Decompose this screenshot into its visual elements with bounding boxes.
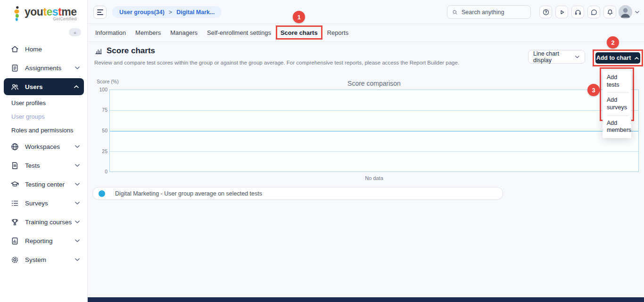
sidebar-item-label: Tests	[25, 162, 74, 169]
sidebar-item-label: Surveys	[25, 200, 74, 207]
chevron-down-icon	[74, 201, 80, 205]
notifications-button[interactable]	[603, 6, 616, 18]
sidebar-item-label: Testing center	[25, 181, 74, 188]
chart-display-select-value: Line chart display	[533, 50, 575, 64]
menu-item-add-surveys[interactable]: Add surveys	[603, 93, 631, 115]
y-tick-0: 0	[88, 169, 107, 174]
list-icon	[10, 199, 19, 208]
chart-plot-area	[109, 90, 639, 172]
bottom-bar	[88, 297, 644, 302]
sidebar-item-label: Reporting	[25, 237, 74, 245]
youtestme-logo[interactable]: youtestme GetCertified	[12, 6, 77, 23]
tutorials-button[interactable]	[555, 6, 568, 18]
chevron-down-icon	[74, 182, 80, 186]
users-icon	[10, 82, 19, 91]
globe-icon	[10, 142, 19, 151]
chart-title: Score comparison	[109, 80, 639, 87]
chevron-down-icon	[74, 258, 80, 261]
search-box[interactable]	[447, 5, 531, 19]
sidebar-item-system[interactable]: System	[0, 250, 88, 269]
home-icon	[10, 45, 19, 54]
sidebar-subitem-label: Roles and permissions	[11, 127, 74, 134]
youtestme-logo-mark	[12, 6, 22, 23]
account-chevron-down-icon[interactable]	[635, 10, 640, 14]
menu-item-add-tests[interactable]: Add tests	[603, 70, 631, 92]
tab-score-charts[interactable]: Score charts 1	[280, 29, 319, 36]
sidebar-subitem-user-groups[interactable]: User groups	[0, 110, 88, 123]
group-tabs: Information Members Managers Self-enroll…	[88, 24, 644, 42]
sidebar-item-label: Assignments	[25, 65, 74, 72]
sidebar-subitem-user-profiles[interactable]: User profiles	[0, 96, 88, 110]
support-button[interactable]	[571, 6, 584, 18]
messages-button[interactable]	[587, 6, 600, 18]
sidebar-collapse-button[interactable]: «	[69, 28, 81, 36]
breadcrumb-digital-marketing[interactable]: Digital Mark...	[176, 9, 215, 16]
page-header: Score charts	[94, 46, 155, 56]
gridline-25	[110, 151, 638, 152]
sidebar-item-training-courses[interactable]: Training courses	[0, 212, 88, 231]
gear-icon	[10, 255, 19, 264]
page-description: Review and compare test scores within th…	[94, 60, 459, 65]
chat-bubble-icon	[590, 8, 598, 16]
breadcrumb-separator: >	[169, 9, 172, 16]
sidebar-subitem-label: User profiles	[11, 99, 46, 106]
trophy-icon	[10, 218, 19, 227]
bell-icon	[606, 8, 614, 16]
menu-toggle-button[interactable]	[93, 6, 107, 19]
search-icon	[452, 9, 458, 16]
tab-self-enrollment-settings[interactable]: Self-enrollment settings	[206, 29, 272, 36]
topbar: User groups(34) > Digital Mark...	[88, 0, 644, 24]
graduation-cap-icon	[10, 180, 19, 189]
chart-display-select[interactable]: Line chart display	[528, 50, 585, 64]
legend-label: Digital Marketing - User group average o…	[115, 190, 262, 197]
menu-item-add-members[interactable]: Add members	[603, 116, 631, 138]
sidebar-item-tests[interactable]: Tests	[0, 156, 88, 175]
report-chart-icon	[10, 237, 19, 245]
sidebar-subitem-label: User groups	[11, 113, 45, 120]
play-icon	[558, 8, 566, 16]
test-document-icon	[10, 161, 19, 170]
sidebar-item-users[interactable]: Users	[4, 78, 84, 95]
sidebar-item-workspaces[interactable]: Workspaces	[0, 137, 88, 156]
y-tick-50: 50	[88, 128, 107, 133]
sidebar-item-label: Training courses	[25, 219, 74, 226]
legend-dot	[99, 190, 105, 197]
annotation-step-3: 3	[587, 84, 600, 96]
breadcrumb-user-groups[interactable]: User groups(34)	[119, 9, 165, 16]
sidebar-item-label: Workspaces	[25, 143, 74, 150]
annotation-frame-2: Add to chart 2	[593, 49, 643, 66]
chevron-down-icon	[74, 239, 80, 243]
chevron-down-icon	[74, 66, 80, 70]
no-data-label: No data	[109, 175, 639, 181]
user-avatar[interactable]	[619, 5, 632, 19]
tab-managers[interactable]: Managers	[169, 29, 198, 36]
legend-entry-digital-marketing[interactable]: Digital Marketing - User group average o…	[99, 190, 262, 197]
tab-members[interactable]: Members	[134, 29, 162, 36]
youtestme-logo-text: youtestme GetCertified	[25, 6, 77, 21]
sidebar-item-assignments[interactable]: Assignments	[0, 58, 88, 77]
sidebar-item-surveys[interactable]: Surveys	[0, 194, 88, 212]
sidebar-item-reporting[interactable]: Reporting	[0, 231, 88, 250]
add-to-chart-menu: Add tests Add surveys Add members	[603, 70, 631, 138]
tab-information[interactable]: Information	[94, 29, 127, 36]
add-to-chart-button[interactable]: Add to chart	[595, 52, 640, 64]
y-tick-75: 75	[88, 107, 107, 113]
chevron-down-icon	[74, 163, 80, 167]
breadcrumb: User groups(34) > Digital Mark...	[112, 6, 222, 18]
page-title: Score charts	[107, 46, 155, 56]
sidebar-subitem-roles-permissions[interactable]: Roles and permissions	[0, 123, 88, 137]
sidebar-item-label: Home	[25, 46, 80, 53]
score-chart-icon	[94, 47, 103, 55]
headphones-icon	[574, 8, 582, 16]
chevron-down-icon	[575, 55, 580, 59]
chevron-up-icon	[634, 57, 639, 60]
sidebar: youtestme GetCertified « Home Assignment…	[0, 0, 88, 302]
gridline-50	[110, 131, 638, 131]
tab-reports[interactable]: Reports	[326, 29, 350, 36]
sidebar-item-testing-center[interactable]: Testing center	[0, 175, 88, 194]
annotation-step-2: 2	[607, 36, 619, 49]
chevron-up-icon	[74, 85, 79, 89]
help-button[interactable]	[539, 6, 552, 18]
search-input[interactable]	[462, 9, 526, 16]
sidebar-item-home[interactable]: Home	[0, 40, 88, 58]
